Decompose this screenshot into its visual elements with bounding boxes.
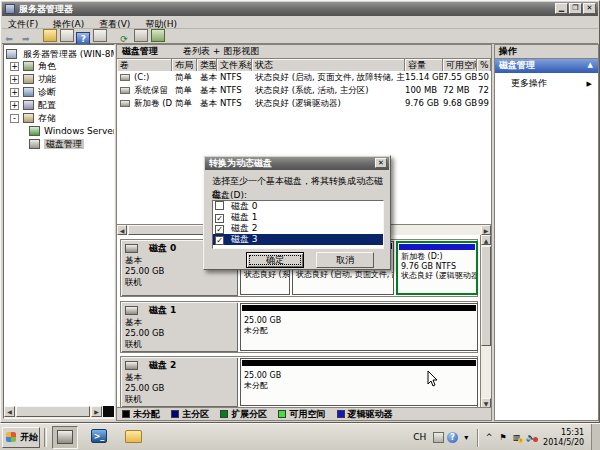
cell-status: 状态良好 (启动, 页面文件, 故障转储, 主分区) [255,71,405,84]
tree-item-features[interactable]: + 功能 [4,73,56,86]
col-volume[interactable]: 卷 [117,59,172,71]
tree-item-storage[interactable]: - 存储 [4,112,56,125]
new-window-icon[interactable] [93,29,107,42]
tree-root[interactable]: 服务器管理器 (WIN-8M6LE9P0V5 [6,47,115,60]
tree-item-diagnostics[interactable]: + 诊断 [4,86,56,99]
cell-percent: 99 [478,97,491,110]
scroll-left-icon[interactable]: ◀ [4,406,15,417]
tree-item-windows-server-backup[interactable]: Windows Server Backup [4,125,115,138]
logical-drive-bar [399,244,475,250]
partition-d-extended[interactable]: 新加卷 (D:) 9.76 GB NTFS 状态良好 (逻辑驱动器) [396,241,478,295]
disk-listbox[interactable]: 磁盘 0 ✓ 磁盘 1 ✓ 磁盘 2 ✓ 磁盘 3 [212,200,384,249]
task-explorer[interactable] [120,426,146,449]
tree-root-label: 服务器管理器 (WIN-8M6LE9P0V5 [23,49,115,59]
partition-status: 状态良好 (逻辑驱动器) [401,271,476,281]
app-icon [5,4,15,14]
disk-option-0[interactable]: 磁盘 0 [213,201,383,212]
disk-status: 联机 [125,339,238,350]
clock[interactable]: 15:31 2014/5/20 [539,428,588,448]
scroll-up-icon[interactable]: ▲ [481,235,491,245]
col-filesystem[interactable]: 文件系统 [217,59,252,71]
partition-size: 9.76 GB NTFS [401,262,476,272]
help-tray-icon[interactable]: ? [447,432,458,443]
col-status[interactable]: 状态 [252,59,405,71]
close-button[interactable]: ✕ [583,3,596,14]
unallocated-bar [242,360,476,366]
disk-size: 25.00 GB [125,328,238,339]
dialog-titlebar[interactable]: 转换为动态磁盘 ✕ [205,157,389,170]
disk-2-label-cell[interactable]: 磁盘 2 基本 25.00 GB 联机 [121,357,238,407]
disk-row-2[interactable]: 磁盘 2 基本 25.00 GB 联机 25.00 GB 未分配 [120,356,478,408]
keyboard-layout-icon[interactable] [433,432,444,443]
checkbox-checked-icon[interactable]: ✓ [215,236,224,245]
task-server-manager[interactable] [52,426,78,449]
disk-row-1[interactable]: 磁盘 1 基本 25.00 GB 联机 25.00 GB 未分配 [120,301,478,353]
cancel-button[interactable]: 取消 [316,252,374,268]
expander-icon[interactable]: + [10,62,19,71]
cell-percent: 50 [478,71,491,84]
legend-extended-swatch [220,410,228,418]
start-button[interactable]: 开始 [2,427,40,448]
unallocated-space-2[interactable]: 25.00 GB 未分配 [240,358,478,406]
scroll-right-icon[interactable]: ▶ [91,406,102,417]
export-list-icon[interactable] [151,29,165,42]
scroll-left-icon[interactable]: ◀ [117,225,127,235]
dialog-title: 转换为动态磁盘 [209,158,272,168]
tree-hscrollbar[interactable]: ◀ ▶ [4,406,114,418]
expander-icon[interactable]: - [10,114,19,123]
collapse-icon[interactable]: ▲ [588,59,593,72]
disk-option-label: 磁盘 2 [231,223,258,233]
console-window-icon[interactable] [60,29,74,42]
volume-row-c[interactable]: (C:) 简单 基本 NTFS 状态良好 (启动, 页面文件, 故障转储, 主分… [117,71,491,84]
checkbox-checked-icon[interactable]: ✓ [215,214,224,223]
scroll-thumb[interactable] [16,406,90,417]
disk-option-1[interactable]: ✓ 磁盘 1 [213,212,383,223]
expander-icon[interactable]: + [10,75,19,84]
language-indicator[interactable]: CH [409,430,430,444]
window-titlebar[interactable]: 服务器管理器 ▁ ❐ ✕ [2,2,598,16]
action-center-flag-icon[interactable]: ⚑ [497,432,508,443]
dialog-close-icon[interactable]: ✕ [375,158,387,168]
task-powershell[interactable]: >_ [86,426,112,449]
tree-item-roles[interactable]: + 角色 [4,60,56,73]
checkbox-checked-icon[interactable]: ✓ [215,225,224,234]
restore-button[interactable]: ❐ [569,3,582,14]
checkbox-unchecked-icon[interactable] [215,201,224,210]
disk-option-3-selected[interactable]: ✓ 磁盘 3 [213,234,383,245]
graphical-view-vscrollbar[interactable]: ▲ ▼ [480,235,491,408]
minimize-button[interactable]: ▁ [555,3,568,14]
col-freespace[interactable]: 可用空间 [443,59,477,71]
col-percent[interactable]: % [477,59,491,71]
window-title: 服务器管理器 [19,3,73,16]
unallocated-space-1[interactable]: 25.00 GB 未分配 [240,303,478,351]
scroll-thumb[interactable] [481,246,491,346]
cell-layout: 简单 [175,97,199,110]
more-actions-item[interactable]: 更多操作 ▶ [495,77,598,91]
scroll-right-icon[interactable]: ▶ [481,225,491,235]
network-status-icon[interactable]: ▥! [511,432,522,443]
expander-icon[interactable]: + [10,101,19,110]
volume-row-system-reserved[interactable]: 系统保留 简单 基本 NTFS 状态良好 (系统, 活动, 主分区) 100 M… [117,84,491,97]
properties-icon[interactable] [134,29,148,42]
col-layout[interactable]: 布局 [172,59,197,71]
tree-item-configuration[interactable]: + 配置 [4,99,56,112]
tree-item-disk-management[interactable]: 磁盘管理 [4,138,84,151]
col-capacity[interactable]: 容量 [405,59,443,71]
volume-muted-icon[interactable]: 🔈 [525,432,536,443]
actions-section-header[interactable]: 磁盘管理 ▲ [495,59,598,73]
disk-1-label-cell[interactable]: 磁盘 1 基本 25.00 GB 联机 [121,302,238,352]
unallocated-label: 未分配 [244,326,477,336]
disk-management-icon [29,139,40,149]
disk-option-label: 磁盘 0 [231,201,258,211]
disk-option-2[interactable]: ✓ 磁盘 2 [213,223,383,234]
mute-badge [533,437,538,442]
volume-row-d[interactable]: 新加卷 (D:) 简单 基本 NTFS 状态良好 (逻辑驱动器) 9.76 GB… [117,97,491,110]
tray-options-icon[interactable]: ▾ [461,432,472,443]
disk-option-label: 磁盘 1 [231,212,258,222]
show-hidden-icons-icon[interactable]: ^ [484,432,495,443]
col-type[interactable]: 类型 [197,59,217,71]
show-console-tree-icon[interactable] [43,29,57,42]
expander-icon[interactable]: + [10,88,19,97]
show-desktop-button[interactable] [591,424,600,450]
ok-button[interactable]: 确定 [246,252,304,268]
